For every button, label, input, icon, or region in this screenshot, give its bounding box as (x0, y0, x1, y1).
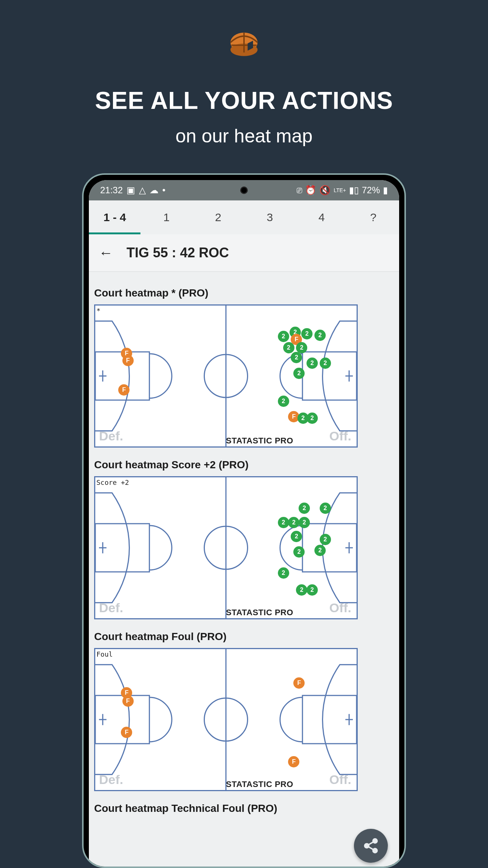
court-heatmap[interactable]: Def.Off.STATASTIC PRO *FFF2222F2222222F2… (94, 304, 358, 448)
svg-point-40 (373, 848, 377, 853)
field-tag: Score +2 (96, 478, 129, 486)
marker-score[interactable]: 2 (314, 545, 326, 556)
tab-quarter[interactable]: ? (348, 200, 399, 234)
brand-label: STATASTIC PRO (226, 608, 293, 617)
court-heatmap[interactable]: Def.Off.STATASTIC PRO Score +22222222222… (94, 476, 358, 619)
marker-score[interactable]: 2 (299, 503, 310, 514)
marker-score[interactable]: 2 (320, 534, 331, 545)
signal-icon: ▮▯ (349, 185, 359, 196)
marker-score[interactable]: 2 (307, 358, 318, 369)
marker-score[interactable]: 2 (278, 396, 289, 407)
section-title: Court heatmap Score +2 (PRO) (94, 459, 395, 471)
tab-quarter[interactable]: 2 (192, 200, 244, 234)
marker-score[interactable]: 2 (314, 330, 326, 341)
svg-line-42 (369, 847, 374, 850)
brand-label: STATASTIC PRO (226, 779, 293, 789)
status-time: 21:32 (100, 185, 123, 196)
off-label: Off. (329, 601, 351, 615)
section-title: Court heatmap * (PRO) (94, 287, 395, 299)
marker-score[interactable]: 2 (307, 584, 318, 596)
marker-score[interactable]: 2 (278, 517, 289, 528)
weather-icon: ☁ (149, 185, 159, 196)
quarter-tabs: 1 - 41234? (89, 200, 399, 234)
marker-foul[interactable]: F (118, 384, 130, 396)
def-label: Def. (99, 429, 123, 443)
brand-label: STATASTIC PRO (226, 436, 293, 446)
marker-score[interactable]: 2 (288, 517, 299, 528)
marker-foul[interactable]: F (288, 756, 299, 767)
tab-quarter[interactable]: 4 (296, 200, 347, 234)
card-icon: ⎚ (297, 185, 302, 196)
marker-score[interactable]: 2 (307, 413, 318, 424)
marker-score[interactable]: 2 (320, 503, 331, 514)
def-label: Def. (99, 601, 123, 615)
marker-foul[interactable]: F (121, 727, 132, 738)
cloud-icon: △ (139, 185, 146, 196)
section-title: Court heatmap Technical Foul (PRO) (94, 802, 395, 815)
tab-quarter[interactable]: 3 (244, 200, 296, 234)
section-title: Court heatmap Foul (PRO) (94, 631, 395, 643)
gallery-icon: ▣ (127, 185, 135, 196)
svg-point-38 (373, 839, 377, 843)
marker-score[interactable]: 2 (283, 342, 294, 353)
marker-foul[interactable]: F (293, 677, 305, 689)
statusbar: 21:32 ▣ △ ☁ • ⎚ ⏰ 🔇 LTE+ ▮▯ 72% ▮ (89, 180, 399, 200)
marker-score[interactable]: 2 (299, 517, 310, 528)
svg-point-39 (365, 844, 369, 848)
tab-quarter[interactable]: 1 - 4 (89, 200, 140, 234)
marker-score[interactable]: 2 (320, 358, 331, 369)
marker-score[interactable]: 2 (296, 584, 307, 596)
marker-score[interactable]: 2 (293, 368, 305, 379)
marker-score[interactable]: 2 (278, 567, 289, 579)
marker-foul[interactable]: F (122, 695, 134, 707)
field-tag: * (96, 307, 101, 315)
mute-icon: 🔇 (319, 185, 331, 196)
marker-score[interactable]: 2 (301, 328, 313, 339)
def-label: Def. (99, 772, 123, 787)
field-tag: Foul (96, 650, 113, 658)
front-camera (240, 186, 248, 194)
tab-quarter[interactable]: 1 (140, 200, 192, 234)
marker-score[interactable]: 2 (278, 331, 289, 342)
marker-score[interactable]: 2 (291, 531, 302, 542)
marker-score[interactable]: 2 (291, 352, 302, 363)
marker-score[interactable]: 2 (296, 342, 307, 353)
score-title: TIG 55 : 42 ROC (127, 245, 229, 261)
network-label: LTE+ (334, 187, 346, 193)
marker-score[interactable]: 2 (293, 546, 305, 558)
promo-title: SEE ALL YOUR ACTIONS (0, 87, 488, 115)
alarm-icon: ⏰ (305, 185, 316, 196)
off-label: Off. (329, 772, 351, 787)
back-button[interactable]: ← (96, 243, 115, 262)
off-label: Off. (329, 429, 351, 443)
battery-label: 72% (362, 185, 380, 196)
battery-icon: ▮ (383, 185, 388, 196)
phone-frame: 21:32 ▣ △ ☁ • ⎚ ⏰ 🔇 LTE+ ▮▯ 72% ▮ 1 - 41… (82, 173, 406, 868)
title-bar: ← TIG 55 : 42 ROC (89, 234, 399, 272)
marker-foul[interactable]: F (122, 355, 134, 366)
basketball-logo-icon (221, 23, 267, 69)
court-heatmap[interactable]: Def.Off.STATASTIC PRO FoulFFFFF (94, 648, 358, 791)
share-button[interactable] (354, 829, 388, 863)
svg-line-41 (369, 842, 374, 845)
promo-subtitle: on our heat map (0, 125, 488, 147)
dot-icon: • (162, 185, 165, 196)
content-scroll[interactable]: Court heatmap * (PRO) Def.Off.STATASTIC … (89, 272, 399, 815)
